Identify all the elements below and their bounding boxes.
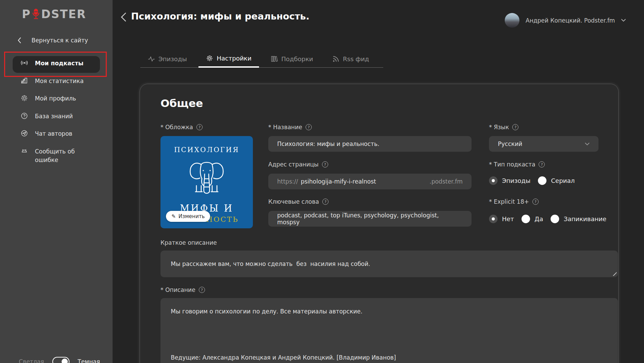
podcast-broadcast-icon <box>21 59 28 67</box>
chevron-left-icon <box>18 37 21 43</box>
page-title: Психология: мифы и реальность. <box>131 11 309 22</box>
url-suffix: .podster.fm <box>429 178 463 185</box>
sidebar-item-report-bug[interactable]: Сообщить об ошибке <box>0 143 113 169</box>
radio-button[interactable] <box>521 215 530 223</box>
podcast-type-radio-group: Эпизоды Сериал <box>489 176 575 185</box>
radio-label: Запикивание <box>564 215 606 223</box>
question-circle-icon <box>21 112 28 120</box>
theme-toggle[interactable] <box>52 357 69 363</box>
sidebar-item-authors-chat[interactable]: Чат авторов <box>0 125 113 143</box>
elephant-illustration <box>186 154 227 202</box>
user-menu[interactable]: Андрей Копецкий. Podster.fm <box>505 13 626 28</box>
page-address-input[interactable]: https:// psihologija-mify-i-realnost .po… <box>268 174 472 189</box>
sidebar-item-my-podcasts[interactable]: Мои подкасты <box>0 55 113 72</box>
description-label: * Описание <box>160 286 205 293</box>
tab-settings[interactable]: Настройки <box>198 50 259 68</box>
keywords-label: Ключевые слова <box>268 198 329 205</box>
tab-label: Rss фид <box>343 55 369 63</box>
logo-text-right: DSTER <box>41 8 86 21</box>
tab-label: Подборки <box>281 55 313 63</box>
gear-icon <box>21 94 28 102</box>
telegram-icon <box>21 130 28 137</box>
logo-text-left: P <box>22 8 31 21</box>
chevron-down-icon <box>621 19 626 22</box>
bar-chart-icon <box>21 77 28 84</box>
radio-label: Да <box>534 215 543 223</box>
short-description-textarea[interactable]: Мы расскажем вам, что можно сделать без … <box>160 251 618 277</box>
podster-logo[interactable]: P DSTER <box>22 8 86 21</box>
url-prefix: https:// <box>277 178 298 185</box>
radio-label: Эпизоды <box>502 177 530 184</box>
language-select[interactable]: Русский <box>489 136 598 152</box>
help-icon[interactable] <box>306 124 312 130</box>
radio-option-no[interactable]: Нет <box>489 215 514 223</box>
help-icon[interactable] <box>322 161 328 167</box>
waveform-icon <box>148 55 155 63</box>
cover-field-label: * Обложка <box>160 124 203 131</box>
sidebar-item-my-profile[interactable]: Мой профиль <box>0 90 113 108</box>
sidebar-item-label: База знаний <box>35 112 73 121</box>
help-icon[interactable] <box>512 124 518 130</box>
page-address-label: Адрес страницы <box>268 161 328 168</box>
radio-option-yes[interactable]: Да <box>521 215 543 223</box>
tab-episodes[interactable]: Эпизоды <box>140 50 194 68</box>
main-area: Психология: мифы и реальность. Андрей Ко… <box>113 0 644 363</box>
tab-label: Эпизоды <box>158 55 187 63</box>
avatar <box>505 13 519 28</box>
radio-option-serial[interactable]: Сериал <box>538 176 575 185</box>
short-description-label: Краткое описание <box>160 239 217 246</box>
back-to-site-link[interactable]: Вернуться к сайту <box>18 37 88 44</box>
explicit-label: * Explicit 18+ <box>489 198 539 205</box>
bug-report-icon <box>21 147 28 155</box>
sidebar-item-label: Чат авторов <box>35 130 72 138</box>
sidebar-item-label: Мой профиль <box>35 94 76 103</box>
tab-collections[interactable]: Подборки <box>263 50 321 68</box>
help-icon[interactable] <box>322 199 329 205</box>
sidebar-item-my-stats[interactable]: Моя статистика <box>0 72 113 90</box>
radio-button[interactable] <box>538 176 546 185</box>
sidebar-item-knowledge-base[interactable]: База знаний <box>0 108 113 125</box>
tab-rss-feed[interactable]: Rss фид <box>325 50 377 68</box>
tab-label: Настройки <box>217 55 252 62</box>
help-icon[interactable] <box>196 124 203 130</box>
theme-dark-label[interactable]: Темная <box>78 358 100 363</box>
section-title: Общее <box>160 97 203 109</box>
url-slug: psihologija-mify-i-realnost <box>301 178 376 185</box>
radio-button[interactable] <box>489 215 498 223</box>
help-icon[interactable] <box>199 287 205 293</box>
cover-art-title: ПСИХОЛОГИЯ <box>160 146 253 154</box>
radio-label: Сериал <box>551 177 575 184</box>
sidebar: P DSTER Вернуться к сайту Мои подкасты <box>0 0 113 363</box>
radio-button[interactable] <box>489 176 498 185</box>
user-name: Андрей Копецкий. Podster.fm <box>526 17 615 24</box>
sidebar-item-label: Моя статистика <box>35 77 83 86</box>
radio-option-episodes[interactable]: Эпизоды <box>489 176 530 185</box>
theme-light-label[interactable]: Светлая <box>19 358 44 363</box>
microphone-icon <box>31 8 40 21</box>
help-icon[interactable] <box>539 161 545 167</box>
theme-switcher: Светлая Темная <box>19 357 100 363</box>
back-link-label: Вернуться к сайту <box>31 37 88 44</box>
podcast-name-input[interactable]: Психология: мифы и реальность. <box>268 136 472 152</box>
collections-icon <box>271 55 278 63</box>
edit-cover-button[interactable]: Изменить <box>166 211 210 222</box>
sidebar-nav: Мои подкасты Моя статистика Мой профиль … <box>0 55 113 169</box>
gear-icon <box>206 55 213 62</box>
description-textarea[interactable]: Мы говорим о психологии по делу. Все мат… <box>160 298 618 363</box>
back-icon[interactable] <box>120 12 127 22</box>
help-icon[interactable] <box>532 199 539 205</box>
podcast-cover-image: ПСИХОЛОГИЯ МИФЫ И РЕАЛЬНОСТЬ <box>160 136 253 228</box>
sidebar-item-label: Сообщить об ошибке <box>35 147 93 165</box>
sidebar-item-label: Мои подкасты <box>35 59 83 68</box>
radio-option-bleep[interactable]: Запикивание <box>551 215 606 223</box>
tab-bar: Эпизоды Настройки Подборки Rs <box>140 50 383 68</box>
keywords-input[interactable]: podcast, podcast, top iTunes, psychology… <box>268 211 472 227</box>
name-field-label: * Название <box>268 124 312 131</box>
general-settings-card: Общее * Обложка * Название * Язык ПСИХОЛ… <box>140 84 619 363</box>
language-field-label: * Язык <box>489 124 518 131</box>
chevron-down-icon <box>585 143 590 146</box>
toggle-knob <box>62 359 68 363</box>
radio-button[interactable] <box>551 215 559 223</box>
rss-icon <box>332 55 339 63</box>
radio-label: Нет <box>502 215 514 223</box>
